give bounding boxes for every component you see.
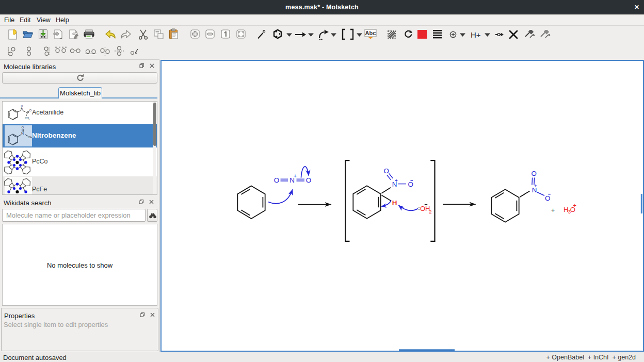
svg-text:O: O bbox=[22, 126, 24, 129]
svg-text:H: H bbox=[21, 105, 23, 108]
svg-text:O: O bbox=[531, 170, 536, 177]
svg-text:O: O bbox=[306, 176, 311, 184]
svg-text:3: 3 bbox=[28, 118, 30, 121]
svg-text:H: H bbox=[392, 199, 397, 207]
svg-text:O: O bbox=[29, 109, 32, 112]
svg-text:+: + bbox=[294, 173, 297, 179]
svg-text:O: O bbox=[274, 176, 279, 184]
svg-text:N: N bbox=[21, 131, 24, 135]
svg-text:2: 2 bbox=[429, 209, 431, 215]
svg-text:O: O bbox=[384, 167, 389, 175]
svg-text:O: O bbox=[545, 194, 550, 202]
svg-text:N: N bbox=[21, 108, 23, 111]
svg-text:+: + bbox=[573, 202, 576, 208]
svg-text:+: + bbox=[551, 206, 555, 214]
svg-text:OH: OH bbox=[28, 136, 32, 139]
svg-text:O: O bbox=[408, 180, 413, 188]
svg-text:N: N bbox=[532, 186, 537, 194]
svg-text:Abc: Abc bbox=[365, 30, 376, 36]
svg-text:N: N bbox=[392, 180, 397, 188]
